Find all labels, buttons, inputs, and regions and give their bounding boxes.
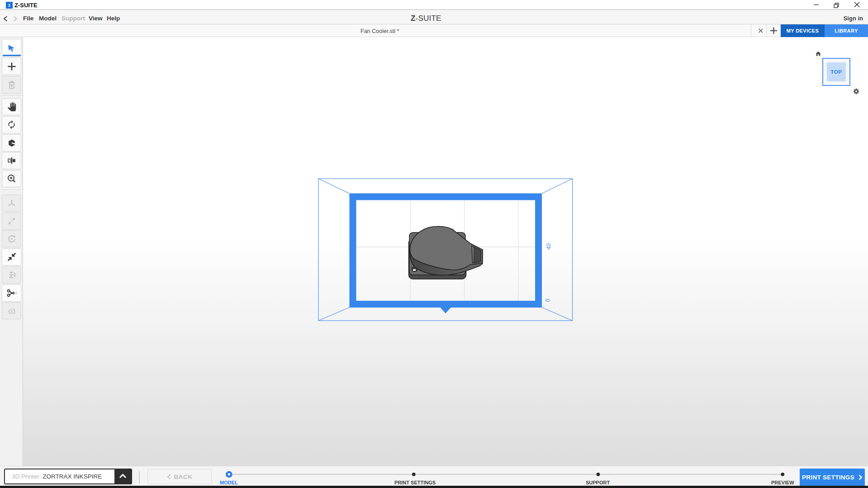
svg-text:0: 0 <box>545 298 551 302</box>
svg-text:40: 40 <box>545 243 552 250</box>
